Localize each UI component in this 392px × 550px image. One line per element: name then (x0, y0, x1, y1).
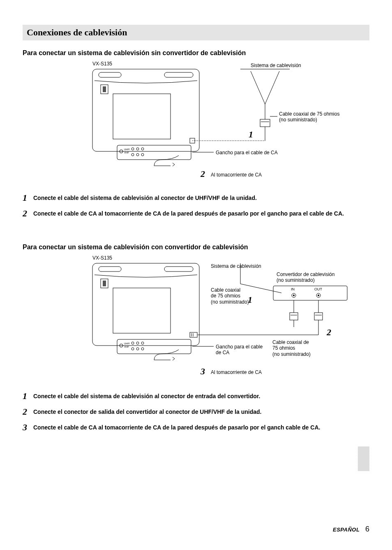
step-num: 2 (23, 406, 33, 417)
d2-ac: Al tomacorriente de CA (211, 369, 262, 375)
d1-n1: 1 (249, 129, 253, 140)
diagram-1: UHF/ VHF VX-S135 Sistema de cablevisión … (88, 61, 369, 184)
step-num: 1 (23, 391, 33, 401)
step-num: 2 (23, 208, 33, 219)
step-1-1: 1 Conecte el cable del sistema de cablev… (23, 193, 369, 203)
step-num: 1 (23, 193, 33, 203)
d2-n2: 2 (327, 327, 331, 338)
step-text: Conecte el cable de CA al tomacorriente … (33, 208, 344, 218)
diagram-2: UHF/ VHF VX-S135 Sistema de cablevisión … (88, 255, 369, 383)
svg-text:VHF: VHF (124, 151, 129, 154)
d2-sys: Sistema de cablevisión (211, 263, 261, 269)
d2-hook: Gancho para el cable de CA (216, 344, 263, 356)
svg-point-9 (136, 148, 139, 150)
svg-point-12 (136, 153, 139, 156)
svg-rect-5 (113, 94, 171, 139)
step-2-2: 2 Conecte el conector de salida del conv… (23, 406, 369, 417)
svg-point-36 (136, 342, 139, 344)
step-text: Conecte el cable del sistema de cablevis… (33, 391, 260, 400)
step-2-1: 1 Conecte el cable del sistema de cablev… (23, 391, 369, 401)
svg-rect-44 (190, 332, 197, 337)
svg-point-38 (131, 348, 134, 350)
banner: Conexiones de cablevisión (23, 25, 369, 40)
d2-in: IN (291, 287, 295, 292)
section2-heading: Para conectar un sistema de cablevisión … (23, 244, 369, 251)
svg-rect-58 (290, 313, 298, 320)
svg-rect-31 (103, 281, 106, 286)
d2-conv: Convertidor de cablevisión (no suministr… (277, 272, 334, 283)
side-tab (358, 446, 369, 471)
section2-steps: 1 Conecte el cable del sistema de cablev… (23, 391, 369, 433)
step-2-3: 3 Conecte el cable de CA al tomacorrient… (23, 422, 369, 433)
step-num: 3 (23, 422, 33, 433)
d1-ac: Al tomacorriente de CA (211, 172, 262, 178)
svg-text:VHF: VHF (124, 346, 129, 348)
svg-point-13 (141, 153, 144, 156)
footer: ESPAÑOL 6 (333, 525, 369, 534)
svg-line-22 (251, 71, 265, 104)
d2-coax1: Cable coaxial de 75 ohmios (no suministr… (211, 287, 249, 305)
step-text: Conecte el cable de CA al tomacorriente … (33, 422, 320, 432)
svg-point-37 (141, 342, 144, 344)
svg-rect-52 (273, 286, 347, 300)
svg-point-54 (293, 295, 295, 296)
svg-rect-4 (103, 86, 106, 92)
d1-coax: Cable coaxial de 75 ohmios (no suministr… (279, 111, 339, 123)
svg-point-40 (141, 348, 144, 350)
d1-model: VX-S135 (92, 61, 112, 67)
d2-n1: 1 (248, 295, 252, 305)
d1-n2: 2 (201, 169, 205, 179)
step-text: Conecte el conector de salida del conver… (33, 406, 261, 416)
section1-steps: 1 Conecte el cable del sistema de cablev… (23, 193, 369, 219)
svg-point-35 (131, 342, 134, 344)
d2-out: OUT (314, 287, 322, 292)
d2-n3: 3 (201, 366, 205, 377)
step-1-2: 2 Conecte el cable de CA al tomacorrient… (23, 208, 369, 219)
svg-point-39 (136, 348, 139, 350)
svg-rect-19 (260, 119, 270, 127)
d2-model: VX-S135 (92, 255, 112, 261)
svg-rect-2 (164, 72, 193, 77)
svg-point-56 (318, 295, 319, 296)
d1-hook: Gancho para el cable de CA (216, 150, 278, 155)
step-text: Conecte el cable del sistema de cablevis… (33, 193, 257, 202)
svg-text:UHF/: UHF/ (124, 148, 130, 151)
svg-line-23 (265, 71, 279, 104)
svg-text:UHF/: UHF/ (124, 342, 130, 345)
svg-rect-29 (164, 267, 193, 272)
banner-title: Conexiones de cablevisión (27, 27, 127, 37)
svg-point-10 (141, 148, 144, 150)
svg-rect-28 (99, 267, 121, 272)
d1-sys: Sistema de cablevisión (251, 63, 301, 68)
svg-rect-49 (314, 313, 323, 320)
footer-lang: ESPAÑOL (333, 527, 360, 533)
svg-rect-32 (113, 288, 171, 333)
svg-point-11 (131, 153, 134, 156)
svg-point-8 (131, 148, 134, 150)
section1-heading: Para conectar un sistema de cablevisión … (23, 49, 369, 57)
d2-coax2: Cable coaxial de 75 ohmios (no suministr… (272, 339, 311, 357)
svg-rect-1 (99, 72, 121, 77)
footer-page: 6 (365, 525, 369, 533)
